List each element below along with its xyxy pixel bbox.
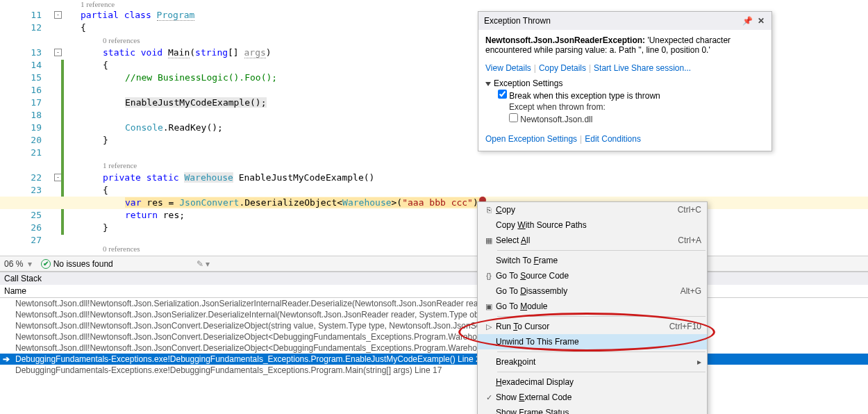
codelens[interactable]: 0 references: [103, 36, 140, 44]
line-number: 16: [0, 85, 42, 95]
open-exception-settings-link[interactable]: Open Exception Settings: [485, 134, 577, 144]
exception-settings-header[interactable]: Exception Settings: [485, 78, 765, 88]
line-number: 15: [0, 72, 42, 83]
method-call: EnableJustMyCodeExample();: [125, 97, 267, 108]
codelens[interactable]: 1 reference: [81, 0, 115, 8]
select-icon: ▦: [482, 236, 496, 245]
callstack-column-header[interactable]: Name: [0, 285, 868, 298]
menu-item-unwind-to-this-frame[interactable]: Unwind To This Frame: [478, 334, 707, 349]
line-number: 21: [0, 147, 42, 158]
callstack-row[interactable]: DebuggingFundamentals-Exceptions.exe!Deb…: [0, 365, 868, 376]
menu-item-hexadecimal-display[interactable]: Hexadecimal Display: [478, 374, 707, 390]
check-icon: ✓: [482, 393, 496, 402]
except-dll-checkbox[interactable]: Newtonsoft.Json.dll: [485, 112, 765, 126]
line-number: 17: [0, 97, 42, 108]
menu-item-go-to-disassembly[interactable]: Go To DisassemblyAlt+G: [478, 283, 707, 299]
run-icon: ▷: [482, 322, 496, 331]
fold-toggle[interactable]: -: [54, 11, 62, 19]
callstack-row[interactable]: Newtonsoft.Json.dll!Newtonsoft.Json.Seri…: [0, 298, 868, 309]
exception-message: Newtonsoft.Json.JsonReaderException: 'Un…: [478, 30, 771, 60]
line-number-gutter: 11 - 12 13 - 14 15 16 17 18 19 20 21 22 …: [0, 0, 53, 264]
edit-conditions-link[interactable]: Edit Conditions: [585, 134, 641, 144]
codelens[interactable]: 0 references: [103, 245, 140, 253]
menu-item-label: Copy With Source Paths: [496, 220, 701, 230]
issues-ok-icon: ✔: [41, 259, 51, 269]
code-icon: {}: [482, 272, 496, 280]
line-number: 13: [0, 47, 42, 58]
menu-item-breakpoint[interactable]: Breakpoint▸: [478, 354, 707, 370]
line-number: 26: [0, 222, 42, 233]
menu-shortcut: Alt+G: [681, 286, 701, 296]
editor-status-bar: 06 % ▾ ✔ No issues found ✎ ▾: [0, 256, 868, 271]
menu-item-label: Unwind To This Frame: [496, 337, 701, 347]
context-menu[interactable]: ⎘CopyCtrl+CCopy With Source Paths▦Select…: [477, 201, 708, 414]
close-icon[interactable]: ✕: [756, 16, 766, 26]
line-number: 12: [0, 22, 42, 33]
exception-links: View Details|Copy Details|Start Live Sha…: [478, 60, 771, 78]
callstack-panel[interactable]: Call Stack Name Newtonsoft.Json.dll!Newt…: [0, 271, 868, 414]
live-share-link[interactable]: Start Live Share session...: [594, 63, 691, 73]
pencil-icon[interactable]: ✎ ▾: [197, 259, 210, 269]
line-number: 27: [0, 235, 42, 245]
line-number: 11: [0, 10, 42, 20]
exception-popup[interactable]: Exception Thrown 📌 ✕ Newtonsoft.Json.Jso…: [478, 11, 772, 151]
callstack-row[interactable]: Newtonsoft.Json.dll!Newtonsoft.Json.Json…: [0, 342, 868, 354]
callstack-title: Call Stack: [0, 272, 868, 285]
menu-item-label: Breakpoint: [496, 357, 697, 367]
copy-icon: ⎘: [482, 206, 496, 214]
menu-item-label: Switch To Frame: [496, 256, 701, 265]
menu-item-label: Go To Disassembly: [496, 286, 681, 296]
menu-item-label: Copy: [496, 205, 678, 215]
current-frame-arrow-icon: ➔: [3, 354, 10, 364]
menu-item-run-to-cursor[interactable]: ▷Run To CursorCtrl+F10: [478, 319, 707, 334]
menu-item-copy[interactable]: ⎘CopyCtrl+C: [478, 202, 707, 217]
issues-status: No issues found: [53, 259, 113, 269]
callstack-row[interactable]: ➔DebuggingFundamentals-Exceptions.exe!De…: [0, 354, 868, 365]
pin-icon[interactable]: 📌: [742, 16, 752, 26]
menu-item-label: Go To Module: [496, 301, 701, 311]
menu-item-select-all[interactable]: ▦Select AllCtrl+A: [478, 233, 707, 248]
menu-shortcut: Ctrl+A: [678, 235, 701, 245]
menu-item-label: Run To Cursor: [496, 322, 669, 331]
callstack-row[interactable]: Newtonsoft.Json.dll!Newtonsoft.Json.Json…: [0, 320, 868, 331]
chevron-down-icon[interactable]: ▾: [26, 259, 34, 269]
zoom-level[interactable]: 06 % ▾: [0, 259, 38, 269]
copy-details-link[interactable]: Copy Details: [539, 63, 586, 73]
menu-item-label: Show External Code: [496, 392, 701, 402]
line-number: 22: [0, 172, 42, 183]
line-number: 23: [0, 185, 42, 195]
menu-item-go-to-source-code[interactable]: {}Go To Source Code: [478, 268, 707, 283]
callstack-row[interactable]: Newtonsoft.Json.dll!Newtonsoft.Json.Json…: [0, 309, 868, 320]
fold-toggle[interactable]: -: [54, 49, 62, 56]
codelens[interactable]: 1 reference: [103, 161, 137, 169]
menu-item-label: Hexadecimal Display: [496, 377, 701, 387]
view-details-link[interactable]: View Details: [485, 63, 531, 73]
menu-item-label: Show Frame Status: [496, 408, 701, 414]
menu-item-go-to-module[interactable]: ▣Go To Module: [478, 299, 707, 314]
line-number: 18: [0, 110, 42, 120]
submenu-arrow-icon: ▸: [697, 357, 701, 367]
menu-item-label: Go To Source Code: [496, 271, 701, 281]
module-icon: ▣: [482, 302, 496, 311]
menu-item-switch-to-frame[interactable]: Switch To Frame: [478, 253, 707, 268]
exception-popup-title: Exception Thrown: [484, 16, 742, 26]
menu-item-show-frame-status[interactable]: Show Frame Status: [478, 405, 707, 414]
line-number: 19: [0, 122, 42, 133]
line-number: 20: [0, 135, 42, 145]
except-when-label: Except when thrown from:: [485, 102, 765, 112]
line-number: 25: [0, 210, 42, 220]
menu-item-show-external-code[interactable]: ✓Show External Code: [478, 390, 707, 405]
line-number: 14: [0, 60, 42, 70]
menu-item-copy-with-source-paths[interactable]: Copy With Source Paths: [478, 217, 707, 233]
callstack-row[interactable]: Newtonsoft.Json.dll!Newtonsoft.Json.Json…: [0, 331, 868, 342]
break-when-thrown-checkbox[interactable]: Break when this exception type is thrown: [485, 88, 765, 102]
menu-shortcut: Ctrl+F10: [669, 322, 701, 331]
menu-item-label: Select All: [496, 235, 678, 245]
menu-shortcut: Ctrl+C: [678, 205, 701, 215]
